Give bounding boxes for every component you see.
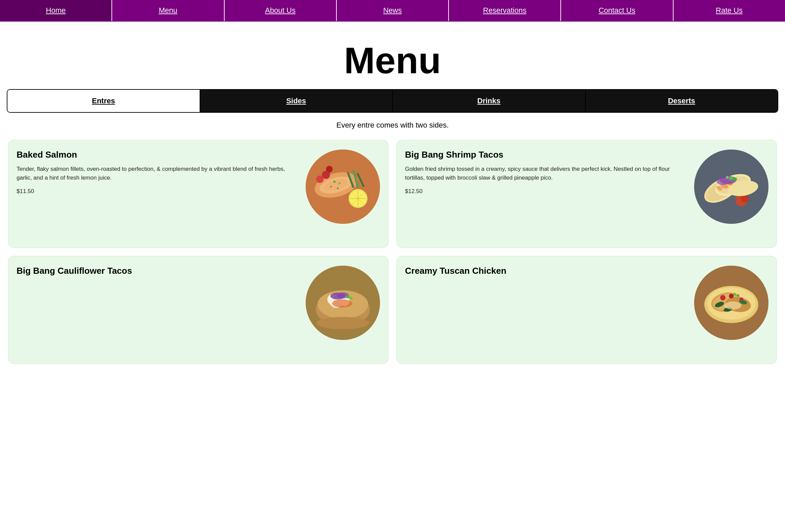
- svg-point-56: [720, 295, 726, 300]
- svg-point-12: [326, 166, 333, 172]
- nav-home[interactable]: Home: [0, 0, 112, 21]
- menu-grid: Baked Salmon Tender, flaky salmon fillet…: [0, 133, 785, 371]
- page-title: Menu: [7, 42, 778, 79]
- card-price-baked-salmon: $11.50: [17, 188, 299, 195]
- card-text-baked-salmon: Baked Salmon Tender, flaky salmon fillet…: [17, 150, 299, 195]
- tab-deserts[interactable]: Deserts: [586, 90, 778, 112]
- category-tabs: Entres Sides Drinks Deserts: [7, 89, 778, 113]
- menu-subtitle: Every entre comes with two sides.: [0, 113, 785, 133]
- card-price-shrimp-tacos: $12.50: [405, 188, 687, 195]
- tab-drinks[interactable]: Drinks: [393, 90, 586, 112]
- menu-card-tuscan-chicken: Creamy Tuscan Chicken: [397, 256, 777, 364]
- card-image-tuscan-chicken: [694, 266, 768, 340]
- main-nav: Home Menu About Us News Reservations Con…: [0, 0, 785, 22]
- card-image-shrimp-tacos: [694, 150, 768, 224]
- card-image-baked-salmon: [306, 150, 380, 224]
- nav-about[interactable]: About Us: [225, 0, 337, 21]
- svg-point-18: [330, 186, 332, 187]
- card-desc-baked-salmon: Tender, flaky salmon fillets, oven-roast…: [17, 165, 299, 182]
- card-text-shrimp-tacos: Big Bang Shrimp Tacos Golden fried shrim…: [405, 150, 687, 195]
- svg-point-48: [350, 297, 353, 299]
- svg-point-17: [339, 183, 340, 184]
- menu-card-cauliflower-tacos: Big Bang Cauliflower Tacos: [8, 256, 388, 364]
- card-title-baked-salmon: Baked Salmon: [17, 150, 299, 160]
- svg-point-57: [729, 294, 734, 298]
- nav-rate[interactable]: Rate Us: [674, 0, 785, 21]
- card-title-cauliflower-tacos: Big Bang Cauliflower Tacos: [17, 266, 299, 276]
- card-title-tuscan-chicken: Creamy Tuscan Chicken: [405, 266, 687, 276]
- svg-point-19: [337, 188, 339, 189]
- tab-entres[interactable]: Entres: [7, 90, 200, 112]
- nav-contact[interactable]: Contact Us: [561, 0, 673, 21]
- tab-sides[interactable]: Sides: [200, 90, 393, 112]
- svg-point-30: [717, 178, 729, 185]
- menu-card-shrimp-tacos: Big Bang Shrimp Tacos Golden fried shrim…: [397, 140, 777, 248]
- svg-point-46: [332, 299, 352, 308]
- nav-reservations[interactable]: Reservations: [449, 0, 561, 21]
- card-image-cauliflower-tacos: [306, 266, 380, 340]
- svg-point-63: [733, 293, 736, 296]
- svg-point-33: [726, 176, 729, 179]
- svg-point-49: [316, 317, 369, 329]
- svg-point-64: [737, 294, 739, 297]
- card-text-cauliflower-tacos: Big Bang Cauliflower Tacos: [17, 266, 299, 287]
- svg-point-47: [346, 295, 350, 298]
- svg-point-31: [729, 176, 733, 180]
- card-desc-shrimp-tacos: Golden fried shrimp tossed in a creamy, …: [405, 165, 687, 182]
- page-title-section: Menu: [0, 22, 785, 89]
- nav-menu[interactable]: Menu: [112, 0, 224, 21]
- svg-point-32: [734, 178, 737, 181]
- card-title-shrimp-tacos: Big Bang Shrimp Tacos: [405, 150, 687, 160]
- nav-news[interactable]: News: [337, 0, 449, 21]
- svg-point-16: [333, 181, 335, 183]
- svg-point-11: [316, 176, 324, 183]
- menu-card-baked-salmon: Baked Salmon Tender, flaky salmon fillet…: [8, 140, 388, 248]
- card-text-tuscan-chicken: Creamy Tuscan Chicken: [405, 266, 687, 287]
- svg-point-62: [725, 301, 741, 310]
